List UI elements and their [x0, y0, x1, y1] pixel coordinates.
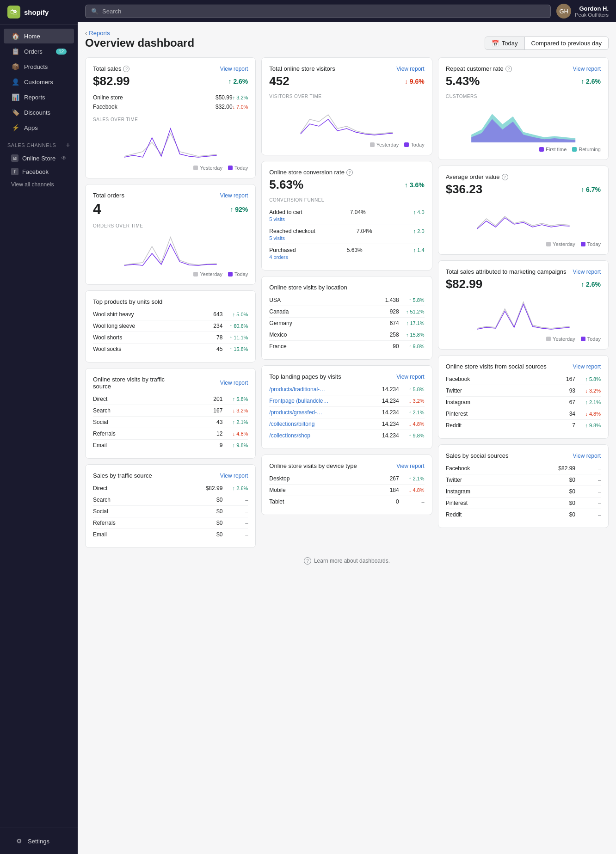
sidebar-item-products[interactable]: 📦 Products	[4, 59, 74, 74]
table-row: /collections/shop 14.234 ↑ 9.8%	[269, 430, 424, 441]
legend-today: Today	[404, 142, 424, 147]
eye-icon: 👁	[61, 155, 67, 161]
card-title: Top landing pages by visits	[269, 373, 341, 380]
dashboard-footer: ? Learn more about dashboards.	[85, 548, 609, 574]
card-header: Total sales ? View report	[93, 65, 248, 72]
view-report-link[interactable]: View report	[573, 453, 601, 459]
table-row: Wool long sleeve 234 ↑ 60.6%	[93, 320, 248, 332]
view-report-link[interactable]: View report	[573, 66, 601, 72]
funnel-sub[interactable]: 5 visits	[269, 235, 424, 241]
sidebar-item-label: Customers	[24, 79, 53, 86]
metric-change: ↑ 92%	[230, 206, 248, 213]
help-icon[interactable]: ?	[505, 66, 512, 72]
table-row: Referrals 12 ↓ 4.8%	[93, 428, 248, 440]
view-report-link[interactable]: View report	[396, 463, 424, 469]
search-icon: 🔍	[91, 8, 99, 15]
view-report-link[interactable]: View report	[396, 66, 424, 72]
channel-label: Facebook	[22, 168, 49, 175]
table-row: Reddit $0 –	[446, 509, 601, 520]
legend-today: Today	[228, 165, 248, 171]
footer-help-icon: ?	[304, 557, 311, 565]
table-row: Mexico 258 ↑ 15.8%	[269, 329, 424, 341]
sidebar-channel-facebook[interactable]: f Facebook	[4, 165, 74, 178]
card-title: Total online store visitors	[269, 65, 335, 72]
middle-column: Total online store visitors View report …	[261, 57, 432, 548]
sub-metric: Online store $50.99 ↑ 3.2%	[93, 93, 248, 102]
card-header: Total orders View report	[93, 192, 248, 199]
conversion-rate-card: Online store conversion rate ? 5.63% ↑ 3…	[261, 161, 432, 270]
help-icon[interactable]: ?	[123, 66, 129, 72]
table-row: Facebook $82.99 –	[446, 463, 601, 474]
table-row: Desktop 267 ↑ 2.1%	[269, 473, 424, 485]
table-row: Pinterest $0 –	[446, 498, 601, 509]
sales-channels-section: SALES CHANNELS +	[0, 135, 78, 151]
table-row: Reddit 7 ↑ 9.8%	[446, 420, 601, 431]
sidebar-item-apps[interactable]: ⚡ Apps	[4, 120, 74, 135]
sidebar-item-discounts[interactable]: 🏷️ Discounts	[4, 105, 74, 120]
table-row: Referrals $0 –	[93, 517, 248, 529]
view-report-link[interactable]: View report	[220, 380, 248, 386]
view-report-link[interactable]: View report	[573, 269, 601, 275]
legend-yesterday: Yesterday	[546, 241, 575, 247]
funnel-sub[interactable]: 4 orders	[269, 254, 424, 260]
legend-today: Today	[581, 241, 601, 247]
sidebar-channel-online-store[interactable]: 🖥 Online Store 👁	[4, 152, 74, 165]
metric-value: 4	[93, 201, 101, 218]
view-report-link[interactable]: View report	[220, 66, 248, 72]
search-input[interactable]	[102, 8, 545, 15]
sidebar-item-label: Reports	[24, 94, 45, 101]
avg-order-card: Average order value ? $36.23 ↑ 6.7%	[438, 166, 609, 255]
apps-icon: ⚡	[11, 123, 19, 132]
card-header: Sales by traffic source View report	[93, 472, 248, 479]
online-store-icon: 🖥	[11, 154, 18, 162]
view-report-link[interactable]: View report	[220, 473, 248, 479]
view-report-link[interactable]: View report	[220, 192, 248, 199]
settings-icon: ⚙	[15, 837, 23, 845]
sales-traffic-table: Direct $82.99 ↑ 2.6% Search $0 – Social	[93, 483, 248, 540]
view-all-channels[interactable]: View all channels	[0, 178, 78, 190]
chart-legend: Yesterday Today	[93, 271, 248, 277]
today-button[interactable]: 📅 Today	[485, 37, 525, 49]
sidebar-item-label: Apps	[24, 124, 38, 131]
sidebar-item-reports[interactable]: 📊 Reports	[4, 90, 74, 104]
sidebar-item-home[interactable]: 🏠 Home	[4, 29, 74, 43]
conversion-funnel: Added to cart 7.04% ↑ 4.0 5 visits Reach…	[269, 206, 424, 263]
marketing-sales-card: Total sales attributed to marketing camp…	[438, 260, 609, 350]
metric-value: 5.63%	[269, 178, 303, 192]
sidebar-item-customers[interactable]: 👤 Customers	[4, 74, 74, 89]
sidebar-item-orders[interactable]: 📋 Orders 12	[4, 44, 74, 59]
dashboard-header: Overview dashboard 📅 Today Compared to p…	[85, 37, 609, 50]
legend-first-time: First time	[539, 147, 567, 152]
funnel-row: Purchased 5.63% ↑ 1.4 4 orders	[269, 244, 424, 263]
marketing-chart	[446, 295, 601, 332]
help-icon[interactable]: ?	[502, 174, 508, 180]
metric-value: 452	[269, 74, 289, 88]
card-header: Online store visits by trafficsource Vie…	[93, 376, 248, 390]
table-row: Wool shorts 78 ↑ 11.1%	[93, 332, 248, 344]
sidebar-item-settings[interactable]: ⚙ Settings	[7, 834, 70, 848]
view-report-link[interactable]: View report	[573, 363, 601, 370]
table-row: Email $0 –	[93, 529, 248, 540]
view-report-link[interactable]: View report	[396, 374, 424, 380]
card-header: Online store visits by device type View …	[269, 462, 424, 469]
add-channel-button[interactable]: +	[66, 141, 70, 149]
location-visits-card: Online store visits by location USA 1.43…	[261, 276, 432, 360]
sidebar-item-label: Discounts	[24, 109, 50, 116]
help-icon[interactable]: ?	[346, 169, 353, 176]
breadcrumb-link[interactable]: Reports	[89, 30, 110, 37]
avatar: GH	[556, 4, 571, 18]
card-title: Online store visits by location	[269, 284, 424, 291]
compare-button[interactable]: Compared to previous day	[525, 37, 608, 49]
device-visits-card: Online store visits by device type View …	[261, 455, 432, 515]
metric-change: ↓ 9.6%	[405, 78, 425, 85]
location-table: USA 1.438 ↑ 5.8% Canada 928 ↑ 51.2% Germ…	[269, 295, 424, 352]
chart-legend: Yesterday Today	[446, 336, 601, 342]
table-row: Direct $82.99 ↑ 2.6%	[93, 483, 248, 494]
funnel-label: CONVERSION FUNNEL	[269, 197, 424, 203]
user-info[interactable]: GH Gordon H. Peak Outfitters	[556, 4, 609, 18]
funnel-sub[interactable]: 5 visits	[269, 216, 424, 222]
search-box[interactable]: 🔍	[85, 5, 551, 18]
table-row: Frontpage (bullandcle… 14.234 ↓ 3.2%	[269, 395, 424, 407]
table-row: /products/grassfed-… 14.234 ↑ 2.1%	[269, 407, 424, 418]
metric-row: $82.99 ↑ 2.6%	[446, 277, 601, 291]
